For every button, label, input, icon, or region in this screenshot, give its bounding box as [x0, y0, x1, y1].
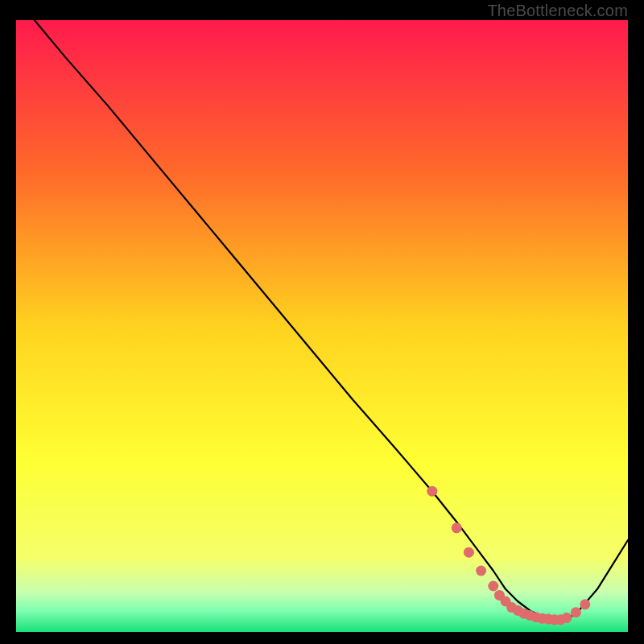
curve-marker	[476, 566, 486, 576]
plot-area	[16, 20, 628, 632]
watermark-text: TheBottleneck.com	[487, 2, 628, 20]
bottleneck-curve	[35, 20, 628, 620]
curve-layer	[16, 20, 628, 632]
chart-frame: TheBottleneck.com	[0, 0, 644, 644]
curve-marker	[464, 547, 474, 558]
curve-marker	[571, 607, 581, 617]
curve-marker	[562, 613, 572, 623]
curve-marker	[427, 486, 437, 497]
curve-marker	[580, 599, 590, 609]
curve-marker	[452, 522, 462, 533]
curve-marker	[488, 581, 498, 592]
